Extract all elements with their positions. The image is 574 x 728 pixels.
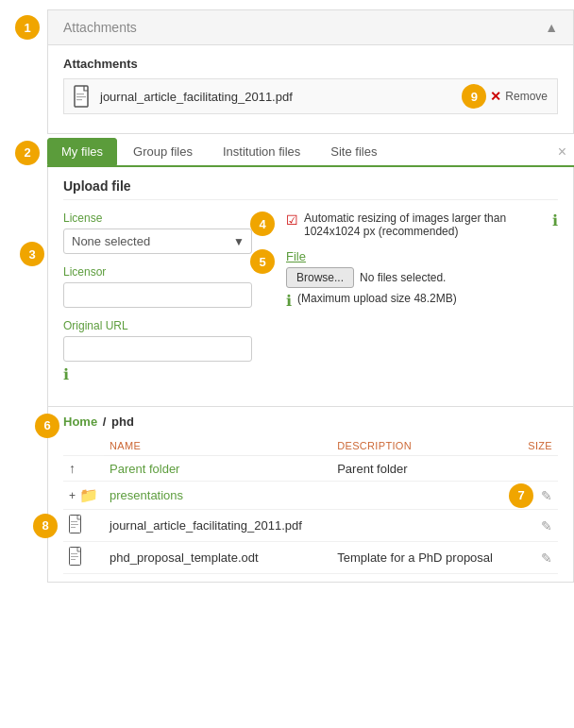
presentations-size-edit-cell: 7 ✎ — [518, 482, 558, 510]
url-info-icon[interactable]: ℹ — [63, 365, 69, 383]
license-select[interactable]: None selected — [63, 229, 252, 254]
th-name: NAME — [104, 436, 331, 456]
th-icon-col — [63, 436, 104, 456]
browse-button[interactable]: Browse... — [286, 267, 354, 288]
licensor-field-group: Licensor — [63, 265, 271, 308]
licensor-label: Licensor — [63, 265, 271, 279]
table-row: 8 journal_article_facilitating_2011.pdf — [63, 510, 558, 542]
breadcrumb: Home / phd — [63, 415, 134, 429]
phd-file-icon-cell — [63, 542, 104, 574]
presentations-folder-link[interactable]: presentations — [110, 488, 183, 502]
upload-section: Upload file 3 License None selected ▼ — [47, 167, 574, 407]
attachments-header: Attachments ▲ — [47, 9, 574, 45]
remove-button[interactable]: ✕ Remove — [490, 89, 548, 104]
attachment-file-icon — [74, 85, 93, 108]
breadcrumb-home[interactable]: Home — [63, 415, 97, 429]
upload-right-col: 4 ☑ Automatic resizing of images larger … — [286, 212, 558, 395]
file-browser-section: 6 Home / phd NAME DESCRIPTION SIZE — [47, 407, 574, 583]
presentations-desc-cell — [331, 482, 518, 510]
th-size: SIZE — [518, 436, 558, 456]
licensor-input[interactable] — [63, 282, 252, 308]
auto-resize-text: Automatic resizing of images larger than… — [304, 212, 547, 238]
browse-row: Browse... No files selected. — [286, 267, 558, 288]
tab-site-files[interactable]: Site files — [316, 138, 391, 165]
original-url-input[interactable] — [63, 336, 252, 362]
svg-rect-6 — [71, 524, 78, 525]
table-header-row: NAME DESCRIPTION SIZE — [63, 436, 558, 456]
file-table: NAME DESCRIPTION SIZE ↑ Parent folder Pa… — [63, 436, 558, 574]
remove-x-icon: ✕ — [490, 89, 501, 104]
file-label-link[interactable]: File — [286, 249, 306, 263]
phd-file-edit-cell: ✎ — [518, 542, 558, 574]
tabs-list: My files Group files Institution files S… — [47, 138, 393, 165]
file-info-icon[interactable]: ℹ — [286, 292, 292, 310]
tab-group-files[interactable]: Group files — [119, 138, 207, 165]
original-url-label: Original URL — [63, 319, 271, 332]
table-row: ↑ Parent folder Parent folder — [63, 456, 558, 482]
table-row: + 📁 presentations 7 ✎ — [63, 482, 558, 510]
breadcrumb-wrap: 6 Home / phd — [63, 415, 134, 436]
tab-my-files[interactable]: My files — [47, 138, 117, 165]
svg-rect-5 — [71, 521, 77, 522]
phd-file-name-cell: phd_proposal_template.odt — [104, 542, 331, 574]
breadcrumb-current: phd — [111, 415, 134, 429]
svg-rect-10 — [71, 556, 78, 557]
journal-file-edit-icon[interactable]: ✎ — [541, 518, 552, 533]
parent-folder-link[interactable]: Parent folder — [110, 462, 179, 476]
step-4-badge: 4 — [250, 212, 275, 236]
parent-folder-size-cell — [518, 456, 558, 482]
th-description: DESCRIPTION — [331, 436, 518, 456]
step-7-badge: 7 — [509, 483, 533, 508]
journal-file-name-cell: journal_article_facilitating_2011.pdf — [104, 510, 331, 542]
tabs-close-icon[interactable]: × — [558, 144, 574, 160]
journal-file-edit-cell: ✎ — [518, 510, 558, 542]
step-1-badge: 1 — [15, 15, 40, 40]
presentations-edit-icon[interactable]: ✎ — [541, 488, 552, 503]
svg-rect-9 — [71, 553, 77, 554]
step-6-badge: 6 — [35, 414, 59, 438]
license-field-group: 3 License None selected ▼ — [63, 212, 271, 254]
max-upload-row: ℹ (Maximum upload size 48.2MB) — [286, 292, 558, 310]
attachment-row: journal_article_facilitating_2011.pdf 9 … — [63, 78, 558, 114]
chevron-up-icon: ▲ — [545, 20, 558, 35]
svg-rect-3 — [76, 99, 82, 100]
journal-file-icon-cell: 8 — [63, 510, 104, 542]
no-files-text: No files selected. — [360, 271, 446, 284]
presentations-name-cell: presentations — [104, 482, 331, 510]
parent-folder-icon-cell: ↑ — [63, 456, 104, 482]
tabs-section: My files Group files Institution files S… — [47, 138, 574, 167]
file-upload-area: 5 File Browse... No files selected. ℹ (M… — [286, 249, 558, 310]
checkbox-checked-icon[interactable]: ☑ — [286, 212, 298, 228]
plus-icon[interactable]: + — [69, 489, 76, 502]
svg-rect-7 — [71, 527, 76, 528]
parent-folder-desc-cell: Parent folder — [331, 456, 518, 482]
file-odt-icon — [69, 547, 84, 566]
upload-left-col: 3 License None selected ▼ Licensor — [63, 212, 271, 395]
license-label: License — [63, 212, 271, 225]
tab-institution-files[interactable]: Institution files — [209, 138, 314, 165]
attachments-content: Attachments journal_article_facilitating… — [47, 45, 574, 134]
attachment-filename: journal_article_facilitating_2011.pdf — [100, 90, 490, 104]
auto-resize-info-icon[interactable]: ℹ — [552, 212, 558, 229]
presentations-icon-cells: + 📁 — [63, 482, 104, 510]
original-url-field-group: Original URL ℹ — [63, 319, 271, 383]
step-2-badge: 2 — [15, 141, 40, 165]
up-arrow-icon: ↑ — [69, 461, 76, 476]
phd-file-edit-icon[interactable]: ✎ — [541, 550, 552, 566]
phd-file-desc-cell: Template for a PhD proposal — [331, 542, 518, 574]
journal-file-desc-cell — [331, 510, 518, 542]
attachments-header-title: Attachments — [63, 20, 137, 35]
step-9-badge: 9 — [462, 84, 486, 109]
step-8-badge: 8 — [33, 514, 58, 538]
upload-title: Upload file — [63, 178, 558, 200]
remove-label: Remove — [505, 90, 548, 103]
license-select-wrapper: None selected ▼ — [63, 229, 252, 254]
parent-folder-name-cell: Parent folder — [104, 456, 331, 482]
svg-rect-1 — [76, 93, 84, 94]
table-row: phd_proposal_template.odt Template for a… — [63, 542, 558, 574]
step-5-badge: 5 — [250, 249, 275, 274]
file-doc-icon — [69, 515, 84, 533]
folder-icon: 📁 — [79, 486, 98, 504]
auto-resize-row: 4 ☑ Automatic resizing of images larger … — [286, 212, 558, 238]
svg-rect-2 — [76, 96, 86, 97]
